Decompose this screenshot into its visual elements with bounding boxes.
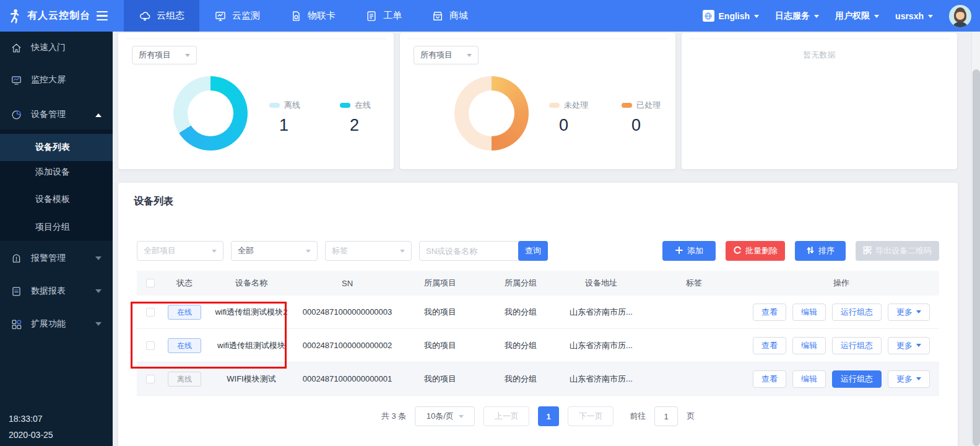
tab-mall[interactable]: 商城 — [417, 0, 483, 32]
sidebar-item-add-device[interactable]: 添加设备 — [0, 159, 113, 186]
status-badge: 在线 — [168, 338, 201, 353]
sidebar-date: 2020-03-25 — [9, 430, 53, 440]
total-count: 共 3 条 — [381, 411, 406, 422]
work-order-icon — [365, 10, 378, 22]
view-button[interactable]: 查看 — [753, 370, 786, 388]
next-page-button[interactable]: 下一页 — [568, 406, 614, 426]
status-badge: 离线 — [168, 372, 201, 387]
user-permission-dropdown[interactable]: 用户权限 — [835, 11, 879, 22]
big-screen-icon — [11, 74, 22, 86]
goto-label: 前往 — [630, 411, 646, 422]
view-button[interactable]: 查看 — [753, 337, 786, 354]
row-checkbox[interactable] — [146, 308, 155, 317]
table-row: 在线 wifi透传组测试模块 00024871000000000002 我的项目… — [137, 329, 939, 362]
no-data-text: 暂无数据 — [682, 50, 957, 61]
device-sn: 00024871000000000003 — [298, 307, 397, 317]
sort-arrows-icon — [806, 246, 815, 256]
username-dropdown[interactable]: usrsxh — [895, 11, 933, 21]
chevron-down-icon — [95, 322, 102, 329]
more-button[interactable]: 更多 — [888, 304, 930, 321]
device-status-card: 所有项目 离线 1 在线 2 — [118, 33, 394, 169]
device-name: wifi透传组测试模块2 — [205, 307, 298, 318]
empty-data-card: 暂无数据 — [682, 33, 957, 169]
query-button[interactable]: 查询 — [518, 241, 548, 261]
sidebar-item-extensions[interactable]: 扩展功能 — [0, 310, 113, 338]
pie-chart-icon — [11, 109, 22, 121]
sidebar-item-device-template[interactable]: 设备模板 — [0, 186, 113, 213]
edit-button[interactable]: 编辑 — [792, 337, 826, 354]
device-name: wifi透传组测试模块 — [205, 340, 298, 351]
avatar[interactable] — [949, 5, 971, 27]
scrollbar-track[interactable] — [971, 32, 980, 446]
sidebar-item-data-report[interactable]: 数据报表 — [0, 278, 113, 305]
topbar-right: English 日志服务 用户权限 usrsxh — [703, 0, 971, 32]
online-count: 2 — [350, 116, 408, 135]
top-nav: 云组态 云监测 物联卡 工单 商城 — [124, 0, 483, 32]
run-config-button[interactable]: 运行组态 — [832, 337, 882, 354]
search-input[interactable] — [419, 241, 531, 261]
sort-button[interactable]: 排序 — [795, 241, 846, 261]
chevron-down-icon — [467, 54, 472, 59]
run-config-button[interactable]: 运行组态 — [832, 304, 882, 321]
pagination: 共 3 条 10条/页 上一页 1 下一页 前往 页 — [118, 406, 958, 426]
sidebar-item-alarm-management[interactable]: 报警管理 — [0, 245, 113, 272]
online-swatch — [340, 103, 350, 108]
project-filter-select-2[interactable]: 所有项目 — [414, 46, 479, 64]
chevron-down-icon — [814, 15, 819, 20]
status-filter-select[interactable]: 全部 — [231, 241, 318, 261]
qr-code-icon — [863, 246, 872, 256]
scrollbar-thumb[interactable] — [973, 69, 980, 446]
prev-page-button[interactable]: 上一页 — [483, 406, 529, 426]
view-button[interactable]: 查看 — [753, 304, 786, 321]
store-icon — [431, 10, 444, 22]
page-1-button[interactable]: 1 — [538, 406, 559, 426]
edit-button[interactable]: 编辑 — [792, 370, 826, 388]
more-button[interactable]: 更多 — [888, 370, 930, 388]
unhandled-swatch — [549, 103, 560, 108]
sidebar-item-monitor-screen[interactable]: 监控大屏 — [0, 66, 113, 94]
sim-card-icon — [290, 10, 302, 22]
table-row: 离线 WIFI模块测试 00024871000000000001 我的项目 我的… — [137, 362, 939, 396]
chevron-down-icon — [400, 250, 405, 255]
legend-online: 在线 2 — [340, 100, 408, 135]
cloud-icon — [139, 10, 151, 22]
device-sn: 00024871000000000002 — [298, 341, 397, 350]
project-filter-select[interactable]: 全部项目 — [137, 241, 223, 261]
tab-work-order[interactable]: 工单 — [350, 0, 417, 32]
batch-delete-button[interactable]: 批量删除 — [726, 241, 785, 261]
run-config-button[interactable]: 运行组态 — [832, 370, 882, 388]
chevron-down-icon — [95, 256, 102, 263]
hamburger-menu-icon[interactable] — [97, 11, 108, 21]
handled-swatch — [622, 103, 632, 108]
add-button[interactable]: 添加 — [662, 241, 716, 261]
monitor-chart-icon — [214, 10, 227, 22]
select-all-checkbox[interactable] — [146, 279, 155, 287]
log-service-dropdown[interactable]: 日志服务 — [775, 11, 819, 22]
device-sn: 00024871000000000001 — [298, 374, 397, 383]
tab-cloud-config[interactable]: 云组态 — [124, 0, 199, 32]
export-qr-button: 导出设备二维码 — [856, 241, 939, 261]
tab-iot-card[interactable]: 物联卡 — [275, 0, 350, 32]
device-name: WIFI模块测试 — [205, 374, 298, 385]
goto-page-input[interactable] — [654, 406, 678, 426]
more-button[interactable]: 更多 — [888, 337, 930, 354]
handled-count: 0 — [631, 116, 690, 135]
project-filter-select-1[interactable]: 所有项目 — [132, 46, 197, 64]
filter-bar: 全部项目 全部 标签 — [137, 241, 531, 261]
chevron-down-icon — [306, 250, 311, 255]
edit-button[interactable]: 编辑 — [792, 304, 826, 321]
sidebar-item-device-list[interactable]: 设备列表 — [0, 134, 113, 161]
tag-filter-select[interactable]: 标签 — [325, 241, 412, 261]
language-dropdown[interactable]: English — [703, 10, 760, 22]
sidebar-item-quick-start[interactable]: 快速入门 — [0, 34, 113, 61]
device-list-card: 设备列表 全部项目 全部 标签 查询 添加 批量删除 — [118, 183, 958, 446]
page-size-select[interactable]: 10条/页 — [415, 406, 475, 426]
chevron-down-icon — [916, 310, 921, 316]
chevron-down-icon — [459, 415, 464, 421]
sidebar-item-project-group[interactable]: 项目分组 — [0, 214, 113, 241]
sidebar-item-device-management[interactable]: 设备管理 — [0, 101, 113, 128]
row-checkbox[interactable] — [146, 375, 155, 383]
row-checkbox[interactable] — [146, 341, 155, 350]
tab-cloud-monitor[interactable]: 云监测 — [199, 0, 275, 32]
table-row: 在线 wifi透传组测试模块2 00024871000000000003 我的项… — [137, 295, 939, 329]
